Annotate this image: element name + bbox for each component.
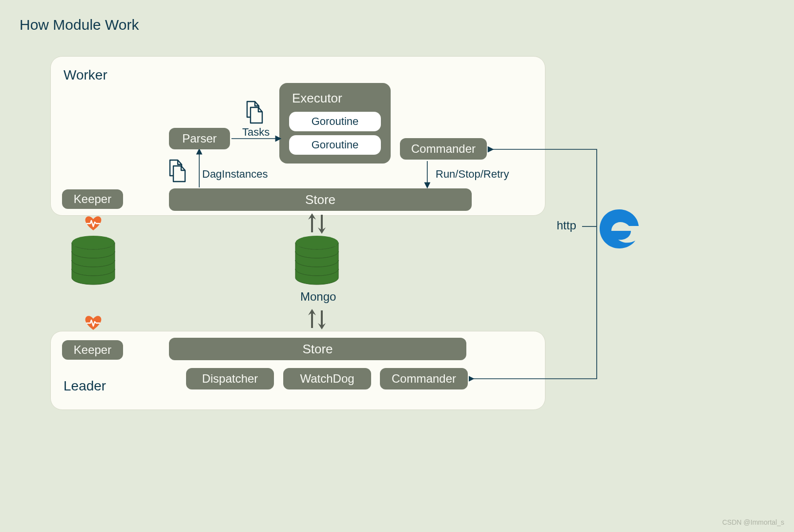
leader-keeper-box: Keeper bbox=[62, 340, 123, 360]
runstopretry-label: Run/Stop/Retry bbox=[436, 168, 509, 181]
dag-files-icon bbox=[166, 159, 188, 184]
worker-commander-box: Commander bbox=[400, 138, 487, 160]
worker-label: Worker bbox=[63, 67, 107, 83]
executor-title: Executor bbox=[292, 91, 381, 106]
watchdog-box: WatchDog bbox=[283, 368, 371, 389]
watermark: CSDN @Immortal_s bbox=[722, 518, 784, 526]
leader-commander-text: Commander bbox=[392, 372, 456, 386]
diagram-title: How Module Work bbox=[20, 17, 139, 33]
parser-box: Parser bbox=[169, 128, 230, 149]
leader-label: Leader bbox=[63, 378, 106, 394]
daginstances-label: DagInstances bbox=[202, 168, 268, 181]
leader-store-text: Store bbox=[302, 342, 333, 357]
http-label: http bbox=[557, 219, 576, 232]
leader-store-box: Store bbox=[169, 338, 466, 360]
worker-store-text: Store bbox=[305, 192, 335, 207]
arrow-parser-to-executor bbox=[230, 135, 281, 143]
dispatcher-box: Dispatcher bbox=[186, 368, 274, 389]
bidir-arrow-top bbox=[306, 213, 328, 234]
bidir-arrow-bottom bbox=[306, 308, 328, 330]
goroutine-2: Goroutine bbox=[289, 135, 381, 155]
executor-box: Executor Goroutine Goroutine bbox=[279, 83, 391, 164]
heart-icon-leader bbox=[84, 314, 103, 331]
leader-commander-box: Commander bbox=[380, 368, 468, 389]
worker-keeper-text: Keeper bbox=[74, 192, 111, 206]
parser-text: Parser bbox=[182, 132, 217, 145]
arrow-commander-to-store bbox=[423, 160, 432, 188]
mongo-label: Mongo bbox=[300, 290, 336, 304]
worker-keeper-box: Keeper bbox=[62, 189, 123, 209]
goroutine-1: Goroutine bbox=[289, 112, 381, 131]
tasks-files-icon bbox=[243, 101, 265, 125]
database-icon-mongo bbox=[293, 235, 340, 289]
heart-icon-worker bbox=[84, 215, 103, 231]
worker-store-box: Store bbox=[169, 188, 472, 211]
dispatcher-text: Dispatcher bbox=[202, 372, 258, 386]
worker-commander-text: Commander bbox=[411, 142, 476, 156]
arrow-store-to-parser bbox=[195, 149, 204, 188]
edge-browser-icon bbox=[597, 206, 642, 251]
leader-keeper-text: Keeper bbox=[74, 343, 111, 357]
database-icon-left bbox=[70, 235, 117, 289]
watchdog-text: WatchDog bbox=[300, 372, 354, 386]
